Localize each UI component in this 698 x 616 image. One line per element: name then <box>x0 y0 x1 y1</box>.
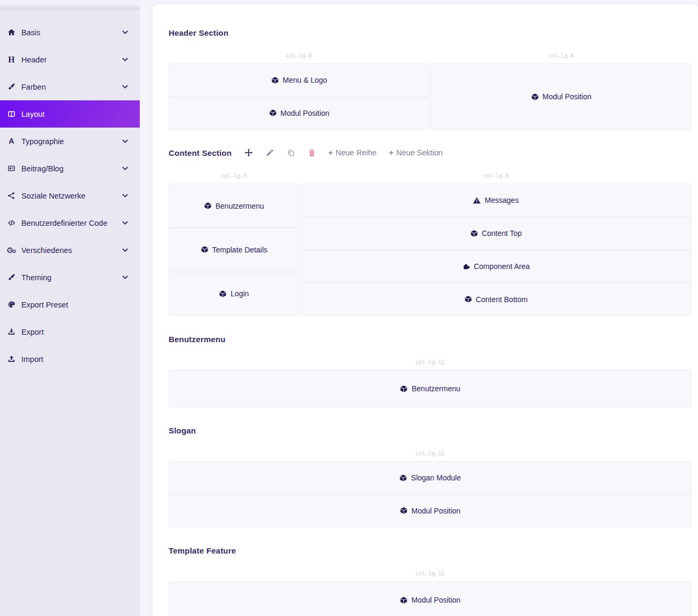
sidebar-item-beitrag-blog[interactable]: Beitrag/Blog <box>0 155 140 182</box>
cube-icon <box>470 230 478 238</box>
module-template-details[interactable]: Template Details <box>169 227 299 271</box>
column-tag-row: col-lg-12 <box>169 451 692 461</box>
sidebar-item-typographie[interactable]: ATypographie <box>0 128 140 155</box>
sidebar-item-export-preset[interactable]: Export Preset <box>0 291 140 318</box>
sidebar-item-farben[interactable]: Farben <box>0 73 140 100</box>
paintbrush-icon <box>5 83 18 91</box>
cube-icon <box>399 474 407 482</box>
sidebar-item-label: Export <box>21 328 44 336</box>
sidebar-item-export[interactable]: Export <box>0 318 140 345</box>
module-component-area[interactable]: Component Area <box>301 250 692 283</box>
cube-icon <box>400 596 408 604</box>
chevron-down-icon <box>119 273 131 281</box>
module-benutzermenu[interactable]: Benutzermenu <box>169 370 691 407</box>
cube-icon <box>531 93 539 101</box>
module-modul-position[interactable]: Modul Position <box>169 582 691 616</box>
column-row: BenutzermenuTemplate DetailsLoginMessage… <box>169 184 692 316</box>
palette-icon <box>5 301 18 309</box>
module-label: Component Area <box>474 262 530 271</box>
chevron-down-icon <box>119 137 131 145</box>
sidebar-item-label: Basis <box>21 28 40 37</box>
module-label: Messages <box>485 196 519 204</box>
column-size-tag: col-lg-12 <box>169 571 692 576</box>
module-modul-position[interactable]: Modul Position <box>431 64 691 129</box>
cube-icon <box>400 385 408 393</box>
share-icon <box>5 192 18 200</box>
column-size-tag: col-lg-3 <box>169 173 299 179</box>
column-box: BenutzermenuTemplate DetailsLogin <box>169 184 299 316</box>
module-label: Modul Position <box>411 507 461 515</box>
section-benutzermenu: Benutzermenucol-lg-12Benutzermenu <box>169 333 692 407</box>
module-content-top[interactable]: Content Top <box>301 217 692 250</box>
plus-icon: + <box>328 148 333 156</box>
module-messages[interactable]: Messages <box>301 184 692 217</box>
section-content-section: Content Section+Neue Reihe+Neue Sektionc… <box>169 147 692 316</box>
column-tag-row: col-lg-12 <box>169 571 692 581</box>
cogs-icon: ⚙⚙ <box>5 246 18 254</box>
sidebar-item-benutzerdefinierter-code[interactable]: Benutzerdefinierter Code <box>0 209 140 236</box>
main-area: Header Sectioncol-lg-6col-lg-6Menu & Log… <box>140 0 698 616</box>
sidebar-item-label: Beitrag/Blog <box>21 164 64 173</box>
neue-sektion-button[interactable]: +Neue Sektion <box>389 148 443 156</box>
module-label: Modul Position <box>411 596 461 604</box>
pencil-icon <box>266 148 274 157</box>
edit-section-button[interactable] <box>266 148 274 157</box>
chevron-down-icon <box>119 246 131 254</box>
module-label: Template Details <box>212 246 268 254</box>
chevron-down-icon <box>119 83 131 91</box>
sidebar-item-label: Verschiedenes <box>21 246 72 255</box>
column-tag-row: col-lg-3col-lg-9 <box>169 173 692 184</box>
column-box: MessagesContent TopComponent AreaContent… <box>300 184 692 316</box>
sidebar-top-shadow <box>0 0 140 11</box>
sidebar-item-soziale-netzwerke[interactable]: Soziale Netzwerke <box>0 182 140 209</box>
column-row: Modul Position <box>169 581 692 616</box>
sidebar-item-layout[interactable]: Layout <box>0 100 140 128</box>
column-row: Benutzermenu <box>169 370 692 407</box>
chevron-down-icon <box>119 219 131 227</box>
sidebar-item-label: Theming <box>21 273 51 282</box>
paintbrush-icon <box>5 273 18 281</box>
copy-icon <box>287 149 295 157</box>
module-login[interactable]: Login <box>169 272 299 315</box>
cube-icon <box>400 507 408 515</box>
sidebar-item-label: Import <box>21 355 43 364</box>
sidebar-item-import[interactable]: Import <box>0 345 140 373</box>
module-modul-position[interactable]: Modul Position <box>169 494 691 527</box>
sidebar-item-verschiedenes[interactable]: ⚙⚙Verschiedenes <box>0 236 140 264</box>
module-content-bottom[interactable]: Content Bottom <box>301 282 692 315</box>
delete-section-button[interactable] <box>308 149 316 157</box>
sidebar-item-label: Soziale Netzwerke <box>21 192 85 200</box>
cube-icon <box>219 290 227 298</box>
sidebar-item-theming[interactable]: Theming <box>0 264 140 291</box>
module-label: Menu & Logo <box>283 76 327 84</box>
module-label: Modul Position <box>281 109 330 117</box>
trash-icon <box>308 149 316 157</box>
neue-reihe-button[interactable]: +Neue Reihe <box>328 148 377 156</box>
cube-icon <box>201 246 209 254</box>
module-label: Login <box>231 289 249 298</box>
column-row: Menu & LogoModul PositionModul Position <box>169 64 692 130</box>
cube-icon <box>464 295 472 303</box>
module-label: Modul Position <box>543 92 592 101</box>
module-slogan-module[interactable]: Slogan Module <box>169 462 691 494</box>
duplicate-section-button[interactable] <box>287 149 295 157</box>
action-label: Neue Reihe <box>336 149 377 157</box>
column-box: Benutzermenu <box>169 370 692 407</box>
sidebar-item-label: Farben <box>21 83 46 91</box>
action-label: Neue Sektion <box>396 149 443 157</box>
move-icon <box>244 148 253 157</box>
chevron-down-icon <box>119 164 131 172</box>
module-menu-logo[interactable]: Menu & Logo <box>169 64 429 97</box>
sidebar-nav: BasisHHeaderFarbenLayoutATypographieBeit… <box>0 11 140 373</box>
module-benutzermenu[interactable]: Benutzermenu <box>169 184 299 227</box>
sidebar-item-header[interactable]: HHeader <box>0 46 140 73</box>
sidebar-item-basis[interactable]: Basis <box>0 19 140 46</box>
column-box: Modul Position <box>169 581 692 616</box>
section-header-section: Header Sectioncol-lg-6col-lg-6Menu & Log… <box>169 27 692 130</box>
module-modul-position[interactable]: Modul Position <box>169 97 429 130</box>
section-head: Header Section <box>169 27 692 38</box>
layout-builder-card: Header Sectioncol-lg-6col-lg-6Menu & Log… <box>153 4 698 616</box>
column-size-tag: col-lg-12 <box>169 359 692 365</box>
move-section-button[interactable] <box>244 148 253 157</box>
section-head: Content Section+Neue Reihe+Neue Sektion <box>169 147 692 159</box>
